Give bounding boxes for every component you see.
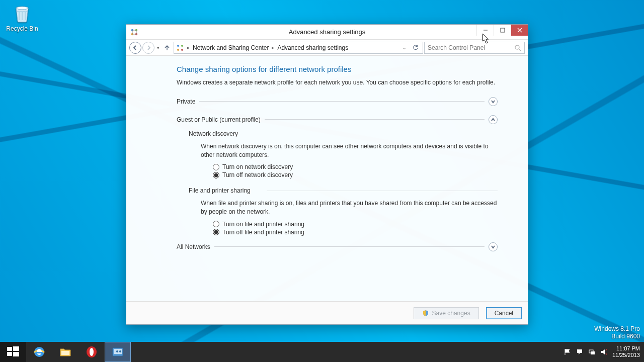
svg-point-9 xyxy=(181,49,183,51)
svg-point-24 xyxy=(119,350,121,352)
control-panel-icon xyxy=(111,345,125,359)
svg-rect-13 xyxy=(7,352,12,356)
address-bar[interactable]: ▸ Network and Sharing Center ▸ Advanced … xyxy=(174,42,423,54)
window-title: Advanced sharing settings xyxy=(126,28,528,36)
svg-point-7 xyxy=(181,45,183,47)
taskbar[interactable]: 11:07 PM 11/25/2013 xyxy=(0,342,644,362)
chevron-right-icon: ▸ xyxy=(271,45,275,50)
maximize-button[interactable] xyxy=(494,25,511,36)
close-button[interactable] xyxy=(511,25,528,36)
network-sharing-icon xyxy=(130,28,138,36)
windows-logo-icon xyxy=(6,345,20,359)
taskbar-item-control-panel[interactable] xyxy=(105,342,131,362)
page-heading: Change sharing options for different net… xyxy=(177,65,498,73)
search-box[interactable] xyxy=(424,42,525,54)
svg-point-23 xyxy=(116,350,118,352)
action-center-icon[interactable] xyxy=(576,348,583,355)
svg-rect-26 xyxy=(591,351,595,354)
back-button[interactable] xyxy=(129,42,141,54)
subsection-network-discovery: Network discovery When network discovery… xyxy=(177,126,498,184)
minimize-button[interactable] xyxy=(476,25,494,36)
svg-rect-5 xyxy=(501,28,505,32)
subsection-description: When network discovery is on, this compu… xyxy=(201,142,498,159)
content-area: Change sharing options for different net… xyxy=(126,56,528,301)
svg-point-0 xyxy=(16,7,28,10)
svg-rect-11 xyxy=(7,347,12,351)
taskbar-item-explorer[interactable] xyxy=(52,342,78,362)
svg-point-8 xyxy=(177,49,179,51)
svg-rect-17 xyxy=(37,352,42,353)
breadcrumb-item[interactable]: Network and Sharing Center xyxy=(193,44,269,51)
section-all-networks[interactable]: All Networks xyxy=(177,240,498,253)
up-button[interactable] xyxy=(162,42,173,53)
recycle-bin-icon xyxy=(12,3,32,23)
radio-nd-off[interactable] xyxy=(213,172,219,178)
page-description: Windows creates a separate network profi… xyxy=(177,78,498,87)
folder-icon xyxy=(58,345,72,359)
forward-button[interactable] xyxy=(142,42,154,54)
start-button[interactable] xyxy=(0,342,26,362)
subsection-file-printer-sharing: File and printer sharing When file and p… xyxy=(177,183,498,240)
footer: Save changes Cancel xyxy=(126,301,528,324)
search-icon xyxy=(514,44,521,51)
radio-label[interactable]: Turn off file and printer sharing xyxy=(222,229,304,236)
windows-watermark: Windows 8.1 Pro Build 9600 xyxy=(594,325,640,341)
network-sharing-icon xyxy=(176,44,184,52)
taskbar-item-ie[interactable] xyxy=(26,342,52,362)
save-changes-button[interactable]: Save changes xyxy=(414,307,479,319)
svg-point-6 xyxy=(177,45,179,47)
radio-label[interactable]: Turn on network discovery xyxy=(222,163,293,170)
refresh-button[interactable] xyxy=(411,43,421,53)
button-label: Save changes xyxy=(432,310,470,317)
desktop-icon-recycle-bin[interactable]: Recycle Bin xyxy=(4,3,40,32)
radio-nd-on[interactable] xyxy=(213,164,219,170)
chevron-up-icon xyxy=(489,115,498,124)
flag-icon[interactable] xyxy=(564,348,571,355)
recycle-bin-label: Recycle Bin xyxy=(4,25,40,32)
section-private[interactable]: Private xyxy=(177,95,498,108)
section-guest-public[interactable]: Guest or Public (current profile) xyxy=(177,113,498,126)
shield-icon xyxy=(422,310,429,317)
svg-rect-12 xyxy=(13,346,19,351)
svg-rect-18 xyxy=(61,351,69,355)
section-label: Private xyxy=(177,98,195,105)
opera-icon xyxy=(85,345,99,359)
button-label: Cancel xyxy=(495,310,513,317)
section-label: All Networks xyxy=(177,243,210,250)
ie-icon xyxy=(32,345,46,359)
network-icon[interactable] xyxy=(588,348,595,355)
address-dropdown[interactable]: ⌄ xyxy=(400,45,409,50)
cancel-button[interactable]: Cancel xyxy=(486,307,522,319)
svg-point-10 xyxy=(515,45,519,49)
taskbar-clock[interactable]: 11:07 PM 11/25/2013 xyxy=(612,345,640,358)
svg-rect-14 xyxy=(13,352,19,356)
radio-label[interactable]: Turn on file and printer sharing xyxy=(222,221,304,228)
taskbar-item-opera[interactable] xyxy=(78,342,105,362)
radio-fps-on[interactable] xyxy=(213,221,219,227)
volume-icon[interactable] xyxy=(600,348,607,355)
subsection-description: When file and printer sharing is on, fil… xyxy=(201,199,498,216)
system-tray[interactable]: 11:07 PM 11/25/2013 xyxy=(560,342,644,362)
chevron-down-icon xyxy=(489,97,498,106)
advanced-sharing-window: Advanced sharing settings ▾ ▸ Network an… xyxy=(126,24,528,325)
breadcrumb-item[interactable]: Advanced sharing settings xyxy=(277,44,348,51)
search-input[interactable] xyxy=(428,44,514,51)
subsection-title: Network discovery xyxy=(189,130,498,137)
subsection-title: File and printer sharing xyxy=(189,187,498,194)
chevron-down-icon xyxy=(489,242,498,251)
section-label: Guest or Public (current profile) xyxy=(177,116,261,123)
titlebar[interactable]: Advanced sharing settings xyxy=(126,25,528,40)
svg-point-20 xyxy=(90,348,94,356)
nav-history-dropdown[interactable]: ▾ xyxy=(155,45,160,50)
chevron-right-icon: ▸ xyxy=(186,45,191,50)
radio-fps-off[interactable] xyxy=(213,229,219,235)
nav-bar: ▾ ▸ Network and Sharing Center ▸ Advance… xyxy=(126,40,528,56)
radio-label[interactable]: Turn off network discovery xyxy=(222,171,293,178)
